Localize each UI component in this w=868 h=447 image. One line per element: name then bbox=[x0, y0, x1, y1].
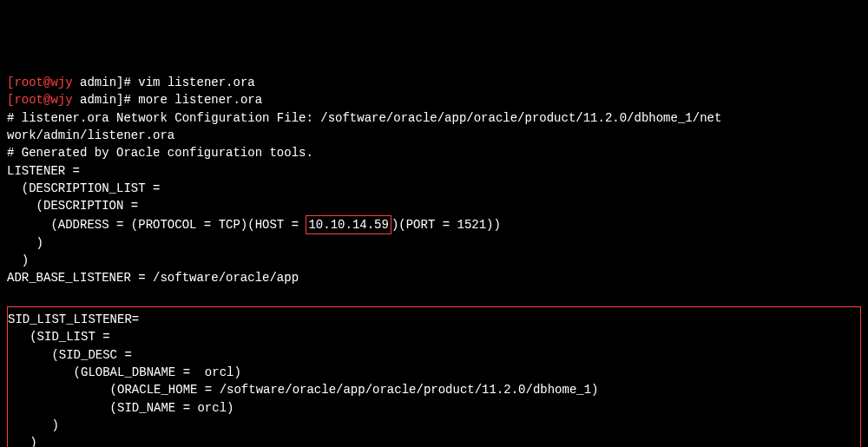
file-line: # listener.ora Network Configuration Fil… bbox=[7, 109, 861, 127]
prompt-host: wjy bbox=[50, 76, 72, 89]
prev-command-fragment: [root@wjy admin]# vim listener.ora bbox=[7, 74, 861, 91]
prompt-line-1: [root@wjy admin]# more listener.ora bbox=[7, 91, 861, 108]
block-line: (SID_NAME = orcl) bbox=[8, 399, 858, 417]
address-suffix: )(PORT = 1521)) bbox=[391, 218, 501, 232]
prompt-user: root bbox=[14, 93, 43, 107]
file-line: (DESCRIPTION = bbox=[7, 197, 861, 214]
block-line: (GLOBAL_DBNAME = orcl) bbox=[8, 364, 858, 381]
prompt-end: ]# bbox=[116, 76, 138, 89]
file-line: # Generated by Oracle configuration tool… bbox=[7, 144, 861, 161]
file-line-address: (ADDRESS = (PROTOCOL = TCP)(HOST = 10.10… bbox=[7, 215, 861, 234]
prompt-end: ]# bbox=[116, 93, 138, 107]
block-line: SID_LIST_LISTENER= bbox=[8, 311, 858, 328]
file-line: ADR_BASE_LISTENER = /software/oracle/app bbox=[7, 269, 861, 286]
command-text: more listener.ora bbox=[138, 93, 262, 107]
ip-address-highlight: 10.10.14.59 bbox=[306, 215, 391, 234]
blank-line bbox=[7, 287, 861, 305]
file-line: (DESCRIPTION_LIST = bbox=[7, 180, 861, 197]
prev-cmd-text: vim listener.ora bbox=[138, 76, 254, 89]
block-line: (SID_LIST = bbox=[8, 328, 858, 345]
prompt-host: wjy bbox=[50, 93, 72, 107]
sid-list-highlight-block: SID_LIST_LISTENER= (SID_LIST = (SID_DESC… bbox=[7, 306, 861, 447]
file-line: work/admin/listener.ora bbox=[7, 127, 861, 144]
block-line: ) bbox=[8, 417, 858, 434]
block-line: ) bbox=[8, 434, 858, 447]
block-line: (SID_DESC = bbox=[8, 346, 858, 364]
file-line: ) bbox=[7, 234, 861, 252]
prompt-path: admin bbox=[73, 76, 116, 89]
file-line: LISTENER = bbox=[7, 162, 861, 180]
prompt-path: admin bbox=[73, 93, 116, 107]
prompt-user: root bbox=[14, 76, 43, 89]
address-prefix: (ADDRESS = (PROTOCOL = TCP)(HOST = bbox=[7, 218, 306, 232]
file-line: ) bbox=[7, 252, 861, 269]
block-line: (ORACLE_HOME = /software/oracle/app/orac… bbox=[8, 381, 858, 398]
